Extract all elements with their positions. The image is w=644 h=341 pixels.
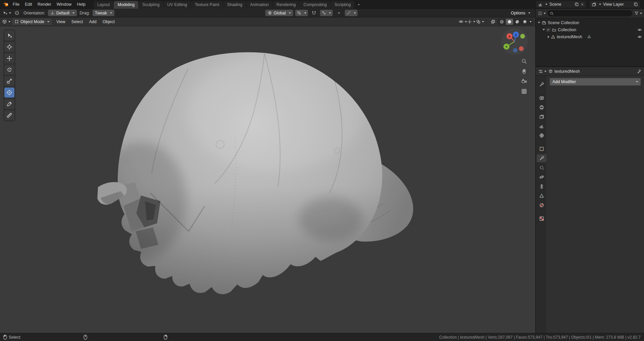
pin-icon[interactable] [637, 69, 641, 73]
tool-cursor[interactable] [4, 42, 14, 52]
tab-material[interactable] [537, 201, 546, 209]
workspace-tab-scripting[interactable]: Scripting [331, 1, 355, 9]
tab-tool[interactable] [537, 80, 546, 89]
object-visibility-dropdown[interactable] [459, 18, 467, 25]
tab-object-data[interactable] [537, 192, 546, 200]
tab-object[interactable] [537, 145, 546, 153]
tab-scene[interactable] [537, 122, 546, 130]
tool-scale[interactable] [4, 76, 14, 86]
shading-rendered-button[interactable] [521, 19, 529, 25]
menu-window[interactable]: Window [54, 1, 74, 8]
chevron-down-icon [544, 71, 546, 72]
hide-in-viewport-icon[interactable] [637, 35, 642, 39]
workspace-tab-texture-paint[interactable]: Texture Paint [191, 1, 223, 9]
view-layer-selector[interactable]: View Layer [590, 1, 640, 8]
workspace-tab-shading[interactable]: Shading [223, 1, 246, 9]
pivot-point-dropdown[interactable] [295, 10, 308, 16]
properties-editor: texturedMesh [536, 67, 644, 333]
options-dropdown[interactable]: Options [508, 10, 533, 16]
workspace-tab-compositing[interactable]: Compositing [300, 1, 330, 9]
workspace-tab-uv-editing[interactable]: UV Editing [164, 1, 191, 9]
tree-row-scene-collection[interactable]: Scene Collection [536, 19, 644, 26]
transform-orientation-dropdown[interactable]: Global [265, 10, 293, 16]
proportional-editing-toggle[interactable] [335, 10, 343, 16]
menu-help[interactable]: Help [74, 1, 88, 8]
toggle-xray-button[interactable] [489, 18, 497, 25]
workspace-tab-animation[interactable]: Animation [247, 1, 273, 9]
menu-file[interactable]: File [10, 1, 22, 8]
scene-selector[interactable]: Scene [536, 1, 586, 8]
delete-scene-icon[interactable] [580, 2, 584, 6]
editor-type-button[interactable] [2, 18, 10, 25]
gizmo-axis-x-neg[interactable] [519, 46, 524, 51]
properties-editor-type-button[interactable] [538, 68, 546, 74]
tab-particles[interactable] [537, 164, 546, 172]
snap-toggle[interactable] [310, 10, 318, 16]
mode-dropdown[interactable]: Object Mode [12, 18, 52, 25]
outliner-search-input[interactable] [555, 11, 630, 16]
gizmo-axis-y[interactable]: Y [503, 44, 509, 50]
gizmo-axis-x[interactable]: X [506, 33, 513, 39]
tab-render[interactable] [537, 94, 546, 102]
pan-hand-icon[interactable] [521, 68, 527, 74]
tab-view-layer[interactable] [537, 113, 546, 121]
show-gizmo-dropdown[interactable] [467, 18, 475, 25]
show-overlays-dropdown[interactable] [476, 18, 484, 25]
outliner-filter-dropdown[interactable] [634, 10, 642, 16]
menu-edit[interactable]: Edit [22, 1, 35, 8]
gizmo-axis-z-neg[interactable] [513, 48, 517, 52]
shading-wireframe-button[interactable] [498, 19, 505, 25]
zoom-icon[interactable] [521, 58, 527, 64]
disclosure-icon[interactable] [538, 22, 540, 23]
add-modifier-button[interactable]: Add Modifier [550, 78, 641, 86]
snap-settings-dropdown[interactable] [320, 10, 333, 16]
camera-view-icon[interactable] [521, 78, 527, 84]
navigation-gizmo[interactable]: X Z Y [500, 27, 529, 56]
tab-constraints[interactable] [537, 182, 546, 190]
tab-texture[interactable] [537, 215, 546, 223]
add-workspace-button[interactable]: + [355, 1, 363, 9]
outliner-search[interactable] [547, 10, 632, 16]
menu-view[interactable]: View [54, 18, 68, 25]
workspace-tab-sculpting[interactable]: Sculpting [139, 1, 163, 9]
menu-object[interactable]: Object [100, 18, 117, 25]
textured-mesh-object[interactable] [84, 40, 426, 308]
disclosure-icon[interactable] [542, 29, 545, 31]
workspace-tab-layout[interactable]: Layout [94, 1, 114, 9]
tree-row-collection[interactable]: Collection [536, 26, 644, 33]
tree-row-texturedmesh[interactable]: texturedMesh [536, 33, 644, 40]
disclosure-icon[interactable] [548, 36, 549, 38]
menu-select[interactable]: Select [69, 18, 86, 25]
tool-rotate[interactable] [4, 65, 14, 75]
tool-move[interactable] [4, 53, 14, 63]
tool-transform[interactable] [4, 88, 14, 98]
viewport-canvas[interactable]: X Z Y [0, 26, 535, 333]
new-scene-icon[interactable] [575, 2, 579, 6]
outliner-editor-type-button[interactable] [538, 10, 546, 16]
menu-add[interactable]: Add [87, 18, 99, 25]
blender-logo-icon[interactable] [2, 1, 10, 8]
tool-measure[interactable] [4, 110, 14, 120]
new-view-layer-icon[interactable] [634, 2, 638, 6]
hide-in-viewport-icon[interactable] [637, 27, 642, 32]
workspace-tab-modeling[interactable]: Modeling [114, 1, 138, 9]
tab-physics[interactable] [537, 173, 546, 181]
shading-solid-button[interactable] [506, 19, 513, 25]
pivot-center-icon[interactable] [13, 10, 21, 16]
tool-select-box[interactable] [4, 31, 14, 41]
orientation-dropdown[interactable]: Default [48, 10, 77, 16]
drag-dropdown[interactable]: Tweak [93, 10, 114, 16]
grid-ortho-icon[interactable] [521, 89, 527, 94]
workspace-tab-rendering[interactable]: Rendering [273, 1, 300, 9]
tool-annotate[interactable] [4, 99, 14, 109]
tab-output[interactable] [537, 103, 546, 111]
collection-checkbox[interactable] [546, 28, 550, 32]
tab-world[interactable] [537, 131, 546, 139]
menu-render[interactable]: Render [35, 1, 54, 8]
active-tool-icon[interactable] [3, 10, 11, 16]
gizmo-axis-z[interactable]: Z [513, 32, 519, 38]
proportional-falloff-dropdown[interactable] [345, 10, 358, 16]
tab-modifiers[interactable] [537, 154, 546, 162]
shading-material-button[interactable] [514, 19, 521, 25]
gizmo-axis-y-neg[interactable] [520, 34, 525, 39]
